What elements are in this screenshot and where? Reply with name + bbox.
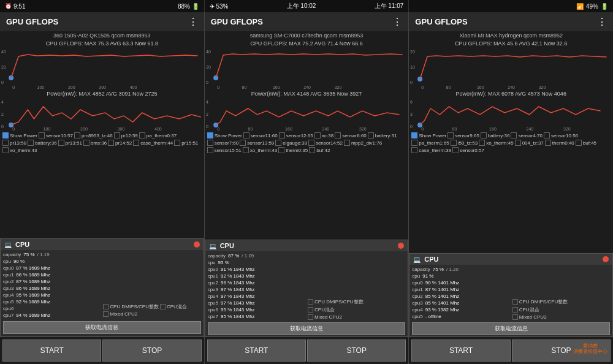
svg-text:0: 0: [1, 124, 4, 129]
panel-3-title: GPU GFLOPS: [415, 17, 467, 26]
svg-text:100: 100: [44, 127, 51, 131]
cpu-overlay-2: 💻 CPU capacity87 %/ 1.09 cpu95 % cpu091 …: [205, 240, 409, 337]
battery-1: 88% 🔋: [178, 3, 199, 10]
panel-2-chart-top: 40 20 0 0 80 160 240 320: [205, 47, 409, 90]
svg-text:0: 0: [206, 124, 208, 129]
cpu-overlay-1-header: 💻 CPU: [1, 239, 204, 250]
svg-text:320: 320: [359, 127, 367, 131]
start-button-1[interactable]: START: [2, 339, 101, 362]
cpu-overlay-1: 💻 CPU capacity75 %/ 1.19 cpu90 % cpu087 …: [0, 238, 204, 337]
svg-text:160: 160: [489, 127, 497, 131]
svg-text:20: 20: [206, 65, 211, 69]
svg-text:320: 320: [334, 85, 341, 89]
cpu-red-dot-1: [194, 241, 200, 248]
panel-3-checkboxes: Show Power sensor9:65 battery:36 sensor4…: [409, 131, 613, 154]
panel-3-power-info: Power(mW): MAX 6078 AVG 4573 Now 4046: [409, 90, 613, 97]
time-2: 上午 10:02: [287, 2, 316, 10]
cpu-icon-2: 💻: [209, 243, 216, 249]
svg-text:160: 160: [273, 85, 280, 89]
panel-2-power-info: Power(mW): MAX 4148 AVG 3635 Now 3927: [205, 90, 409, 97]
battery-3: 49%: [586, 3, 598, 10]
status-bar-2: ✈ 53% 上午 10:02 上午 11:07: [205, 0, 409, 12]
panel-1-menu-icon[interactable]: ⋮: [188, 16, 198, 28]
svg-text:0: 0: [206, 80, 208, 85]
cpu-title-1: CPU: [15, 241, 29, 248]
panel-2-cpu-gflops: CPU GFLOPS: MAX 75.2 AVG 71.4 Now 66.6: [205, 40, 409, 47]
svg-text:160: 160: [285, 127, 292, 131]
panel-2-checkboxes: Show Power sensor11:60 sensor12:65 ac:38…: [205, 131, 409, 154]
panel-3-chart-bottom: 6 3 0 0 80 160 240 320: [409, 97, 613, 131]
svg-text:0: 0: [410, 80, 413, 85]
svg-text:0: 0: [410, 124, 413, 129]
cpu-red-dot-2: [398, 243, 404, 249]
svg-text:6: 6: [410, 100, 413, 104]
svg-text:0: 0: [1, 80, 4, 85]
panel-3-chart-top: 20 10 0 0 80 160 240 320: [409, 47, 613, 90]
status-bar-1: ⏰ 9:51 88% 🔋: [0, 0, 205, 12]
panel-3-cpu-gflops: CPU GFLOPS: MAX 45.6 AVG 42.1 Now 32.6: [409, 40, 613, 47]
panel-3-device: Xiaomi MI MAX hydrogen qcom msm8952: [409, 31, 613, 40]
panel-1-title: GPU GFLOPS: [6, 17, 58, 26]
cpu-red-dot-3: [603, 256, 609, 262]
panel-1-device: 360 1505-A02 QK1505 qcom msm8953: [0, 31, 204, 40]
stop-button-2[interactable]: STOP: [307, 339, 406, 362]
svg-text:2: 2: [206, 112, 208, 116]
panel-1: GPU GFLOPS ⋮ 360 1505-A02 QK1505 qcom ms…: [0, 12, 205, 364]
start-button-2[interactable]: START: [207, 339, 306, 362]
svg-text:400: 400: [154, 127, 162, 131]
svg-text:20: 20: [410, 50, 415, 54]
panel-3-menu-icon[interactable]: ⋮: [597, 16, 607, 28]
stop-button-1[interactable]: STOP: [102, 339, 201, 362]
panel-1-header: GPU GFLOPS ⋮: [0, 12, 204, 31]
start-button-3[interactable]: START: [411, 339, 510, 362]
panel-2-title: GPU GFLOPS: [211, 17, 263, 26]
panel-2-menu-icon[interactable]: ⋮: [392, 16, 402, 28]
svg-text:80: 80: [248, 127, 253, 131]
svg-text:80: 80: [242, 85, 246, 89]
panel-2-header: GPU GFLOPS ⋮: [205, 12, 409, 31]
cpu-title-2: CPU: [220, 242, 234, 249]
svg-text:40: 40: [206, 50, 211, 54]
panel-1-power-info: Power(mW): MAX 4852 AVG 3091 Now 2725: [0, 90, 204, 97]
svg-text:240: 240: [527, 127, 534, 131]
panel-1-chart-top: 40 20 0 0 100 200 300 400: [0, 47, 204, 90]
svg-text:0: 0: [422, 127, 424, 131]
status-bar-3: 📶 49%🔋: [409, 0, 613, 12]
panel-1-checkboxes: Show Power sensor10:57 pm8953_tz:46 pr12…: [0, 131, 204, 154]
svg-text:40: 40: [1, 50, 6, 54]
svg-text:300: 300: [99, 85, 106, 89]
cpu-icon-1: 💻: [4, 241, 12, 248]
panel-1-cpu-gflops: CPU GFLOPS: MAX 75.3 AVG 63.3 Now 61.8: [0, 40, 204, 47]
svg-text:240: 240: [508, 85, 516, 89]
svg-text:400: 400: [130, 85, 137, 89]
panel-1-chart-bottom: 4 2 0 0 100 200 300 400: [0, 97, 204, 131]
svg-text:0: 0: [217, 127, 219, 131]
svg-text:240: 240: [322, 127, 329, 131]
cpu-overlay-3: 💻 CPU capacity75 %/ 1.20 cpu91 % cpu090 …: [409, 253, 613, 337]
signal-2: ✈ 53%: [210, 3, 229, 10]
panel-2: GPU GFLOPS ⋮ samsung SM-C7000 c7ltechn q…: [205, 12, 409, 364]
svg-text:0: 0: [12, 85, 15, 89]
svg-text:2: 2: [1, 112, 4, 116]
svg-text:10: 10: [410, 65, 415, 69]
cpu-overlay-2-header: 💻 CPU: [205, 240, 408, 251]
svg-text:4: 4: [1, 100, 4, 104]
svg-text:0: 0: [12, 127, 15, 131]
cpu-icon-3: 💻: [413, 256, 421, 263]
watermark: 爱消费 消费者价值中心: [573, 343, 607, 355]
panel-3-header: GPU GFLOPS ⋮: [409, 12, 613, 31]
signal-3: 📶: [576, 3, 584, 10]
cpu-title-3: CPU: [424, 256, 438, 263]
svg-text:0: 0: [422, 85, 424, 89]
bottom-bar-1: START STOP: [0, 337, 204, 364]
cpu-overlay-3-header: 💻 CPU: [409, 254, 612, 265]
svg-text:3: 3: [410, 112, 413, 116]
svg-text:20: 20: [1, 65, 6, 69]
svg-text:240: 240: [303, 85, 311, 89]
svg-text:320: 320: [539, 85, 546, 89]
svg-text:200: 200: [80, 127, 88, 131]
svg-text:80: 80: [452, 127, 457, 131]
svg-text:320: 320: [563, 127, 571, 131]
panel-3: GPU GFLOPS ⋮ Xiaomi MI MAX hydrogen qcom…: [409, 12, 613, 364]
svg-text:300: 300: [118, 127, 125, 131]
